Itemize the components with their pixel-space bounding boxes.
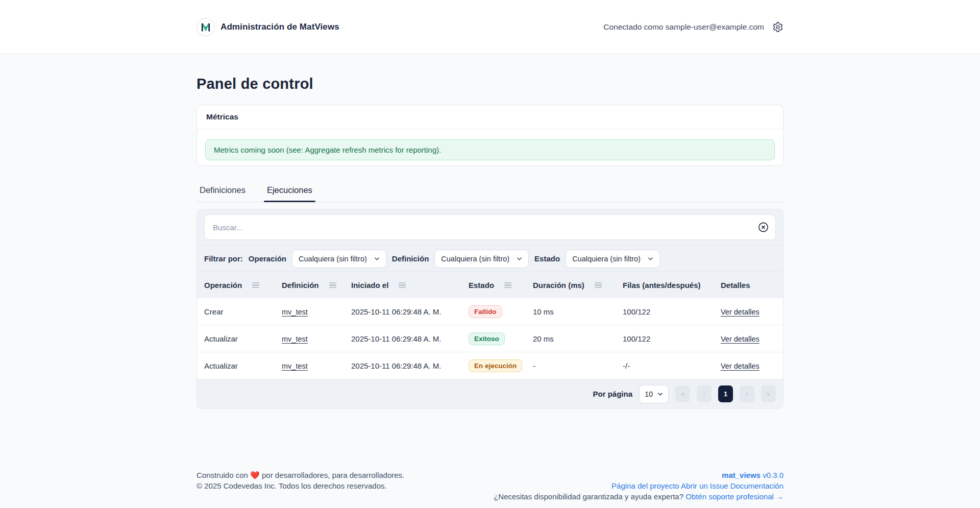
column-header-filas: Filas (antes/después) — [623, 281, 721, 289]
search-input[interactable] — [204, 214, 776, 240]
clear-search-icon[interactable] — [758, 222, 769, 233]
duration-cell: 10 ms — [533, 307, 623, 316]
search-row — [197, 209, 783, 245]
table-row: Crear mv_test 2025-10-11 06:29:48 A. M. … — [197, 298, 783, 325]
definition-link[interactable]: mv_test — [282, 308, 308, 316]
project-page-link[interactable]: Página del proyecto — [611, 481, 679, 490]
column-header-estado[interactable]: Estado — [469, 281, 533, 289]
operation-cell: Actualizar — [204, 361, 282, 370]
page-title: Panel de control — [197, 76, 783, 92]
filter-row: Filtrar por: Operación Cualquiera (sin f… — [197, 245, 783, 272]
brand: Administración de MatViews — [197, 18, 339, 36]
page-1-button[interactable]: 1 — [718, 385, 733, 402]
chevron-down-icon — [657, 392, 663, 396]
sort-icon[interactable] — [329, 282, 336, 288]
version-link[interactable]: v0.3.0 — [763, 471, 783, 479]
operation-cell: Crear — [204, 307, 282, 316]
app-header: Administración de MatViews Conectado com… — [0, 0, 980, 54]
documentation-link[interactable]: Documentación — [730, 481, 783, 490]
last-page-button[interactable]: » — [761, 385, 776, 402]
support-question: ¿Necesitas disponibilidad garantizada y … — [494, 492, 683, 501]
column-header-definicion[interactable]: Definición — [282, 281, 351, 289]
view-details-link[interactable]: Ver detalles — [721, 362, 760, 370]
operation-cell: Actualizar — [204, 334, 282, 343]
per-page-label: Por página — [593, 390, 632, 398]
operation-filter-value: Cualquiera (sin filtro) — [299, 255, 367, 263]
professional-support-link[interactable]: Obtén soporte profesional → — [685, 492, 783, 501]
filter-caption: Filtrar por: — [204, 254, 243, 263]
chevron-down-icon — [374, 257, 380, 261]
per-page-select[interactable]: 10 — [639, 385, 669, 403]
connected-as-text: Conectado como sample-user@example.com — [603, 22, 764, 32]
table-header-row: Operación Definición Iniciado el Estado … — [197, 272, 783, 298]
column-header-detalles: Detalles — [721, 281, 776, 289]
support-line: ¿Necesitas disponibilidad garantizada y … — [494, 491, 783, 502]
per-page-value: 10 — [645, 390, 653, 398]
footer-links-line: Página del proyecto Abrir un Issue Docum… — [494, 480, 783, 491]
started-cell: 2025-10-11 06:29:48 A. M. — [351, 307, 469, 316]
version-line: mat_views v0.3.0 — [494, 470, 783, 480]
status-filter-select[interactable]: Cualquiera (sin filtro) — [566, 250, 660, 268]
duration-cell: 20 ms — [533, 334, 623, 343]
tabs-bar: Definiciones Ejecuciones — [197, 185, 783, 202]
filter-label-definicion: Definición — [392, 254, 429, 263]
sort-icon[interactable] — [504, 282, 511, 288]
duration-cell: - — [533, 361, 623, 370]
footer-left: Construido con ❤️ por desarrolladores, p… — [197, 470, 404, 491]
open-issue-link[interactable]: Abrir un Issue — [681, 481, 728, 490]
mat-views-link[interactable]: mat_views — [722, 471, 761, 479]
sort-icon[interactable] — [252, 282, 259, 288]
view-details-link[interactable]: Ver detalles — [721, 308, 760, 316]
definition-link[interactable]: mv_test — [282, 335, 308, 343]
column-header-operacion[interactable]: Operación — [204, 281, 282, 289]
pagination-row: Por página 10 « ‹ 1 › » — [197, 379, 783, 408]
heart-icon: ❤️ — [250, 471, 260, 479]
started-cell: 2025-10-11 06:29:48 A. M. — [351, 334, 469, 343]
tab-definiciones[interactable]: Definiciones — [197, 185, 249, 202]
definition-filter-value: Cualquiera (sin filtro) — [441, 255, 509, 263]
sort-icon[interactable] — [399, 282, 406, 288]
settings-gear-icon[interactable] — [772, 21, 783, 33]
definition-filter-select[interactable]: Cualquiera (sin filtro) — [434, 250, 529, 268]
executions-panel: Filtrar por: Operación Cualquiera (sin f… — [197, 209, 783, 409]
rows-cell: 100/122 — [623, 334, 721, 343]
status-filter-value: Cualquiera (sin filtro) — [572, 255, 641, 263]
metrics-card: Métricas Metrics coming soon (see: Aggre… — [197, 105, 783, 166]
status-badge: Fallido — [469, 305, 502, 318]
metrics-card-body: Metrics coming soon (see: Aggregate refr… — [197, 129, 783, 165]
header-right: Conectado como sample-user@example.com — [603, 21, 783, 33]
sort-icon[interactable] — [595, 282, 602, 288]
chevron-down-icon — [648, 257, 653, 261]
column-header-duracion[interactable]: Duración (ms) — [533, 281, 623, 289]
metrics-card-title: Métricas — [197, 105, 783, 129]
tab-ejecuciones[interactable]: Ejecuciones — [264, 185, 315, 202]
started-cell: 2025-10-11 06:29:48 A. M. — [351, 361, 469, 370]
matviews-logo-icon — [197, 18, 215, 36]
footer-right: mat_views v0.3.0 Página del proyecto Abr… — [494, 470, 783, 502]
metrics-coming-soon-alert: Metrics coming soon (see: Aggregate refr… — [205, 139, 775, 160]
first-page-button[interactable]: « — [675, 385, 690, 402]
status-badge: Exitoso — [469, 332, 505, 345]
prev-page-button[interactable]: ‹ — [697, 385, 712, 402]
column-header-iniciado-el[interactable]: Iniciado el — [351, 281, 469, 289]
chevron-down-icon — [517, 257, 522, 261]
search-box — [204, 214, 776, 240]
table-row: Actualizar mv_test 2025-10-11 06:29:48 A… — [197, 352, 783, 379]
filter-label-operacion: Operación — [249, 254, 286, 263]
next-page-button[interactable]: › — [740, 385, 754, 402]
operation-filter-select[interactable]: Cualquiera (sin filtro) — [292, 250, 386, 268]
view-details-link[interactable]: Ver detalles — [721, 335, 760, 343]
main-content: Panel de control Métricas Metrics coming… — [197, 54, 783, 409]
table-row: Actualizar mv_test 2025-10-11 06:29:48 A… — [197, 325, 783, 352]
app-footer: Construido con ❤️ por desarrolladores, p… — [0, 470, 980, 508]
filter-label-estado: Estado — [534, 254, 560, 263]
rows-cell: -/- — [623, 361, 721, 370]
copyright-line: © 2025 Codevedas Inc. Todos los derechos… — [197, 480, 404, 491]
rows-cell: 100/122 — [623, 307, 721, 316]
status-badge: En ejecución — [469, 359, 522, 372]
built-with-line: Construido con ❤️ por desarrolladores, p… — [197, 470, 404, 480]
app-title: Administración de MatViews — [220, 22, 339, 32]
definition-link[interactable]: mv_test — [282, 362, 308, 370]
